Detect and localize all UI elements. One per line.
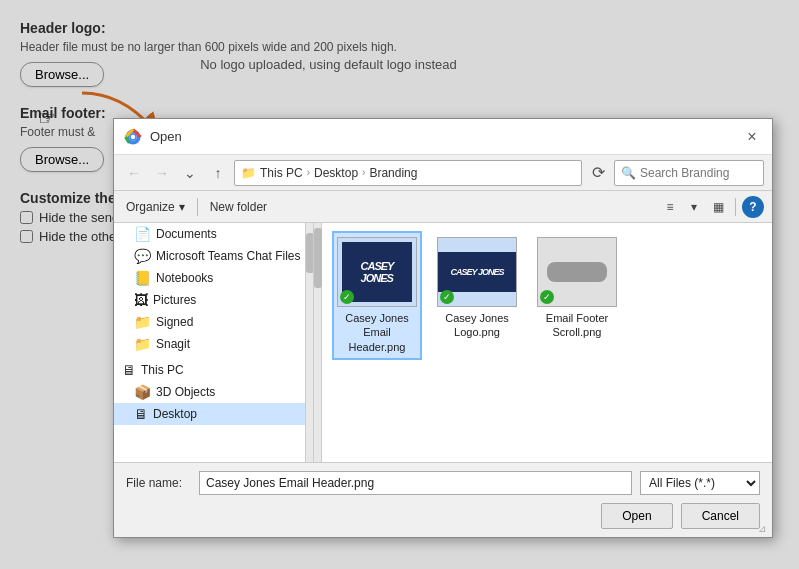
nav-dropdown-button[interactable]: ⌄ <box>178 161 202 185</box>
nav-up-button[interactable]: ↑ <box>206 161 230 185</box>
action-buttons-row: Open Cancel <box>126 503 760 529</box>
file-item-footer-scroll[interactable]: ✓ Email FooterScroll.png <box>532 231 622 346</box>
filetype-select[interactable]: All Files (*.*) <box>640 471 760 495</box>
organize-button[interactable]: Organize ▾ <box>122 198 189 216</box>
file-item-logo[interactable]: CASEY JONES ✓ Casey JonesLogo.png <box>432 231 522 346</box>
folder-item-notebooks[interactable]: 📒 Notebooks <box>114 267 313 289</box>
dialog-content: 📄 Documents 💬 Microsoft Teams Chat Files… <box>114 223 772 462</box>
email-header-label: Casey JonesEmailHeader.png <box>345 311 409 354</box>
toolbar-separator <box>197 198 198 216</box>
folder-label-teams: Microsoft Teams Chat Files <box>156 249 301 263</box>
this-pc-icon: 🖥 <box>122 362 136 378</box>
view-details-button[interactable]: ▦ <box>707 196 729 218</box>
folder-label-desktop: Desktop <box>153 407 197 421</box>
dialog-title: Open <box>150 129 742 144</box>
logo-thumbnail: CASEY JONES ✓ <box>437 237 517 307</box>
new-folder-button[interactable]: New folder <box>206 198 271 216</box>
tree-scrollbar[interactable] <box>305 223 313 462</box>
refresh-button[interactable]: ⟳ <box>586 161 610 185</box>
logo-thumb-inner: CASEY JONES <box>438 252 516 292</box>
folder-label-3d: 3D Objects <box>156 385 215 399</box>
tree-scrollbar-thumb[interactable] <box>306 233 313 273</box>
new-folder-label: New folder <box>210 200 267 214</box>
footer-scroll-check-icon: ✓ <box>540 290 554 304</box>
folder-item-3d[interactable]: 📦 3D Objects <box>114 381 313 403</box>
view-separator <box>735 198 736 216</box>
breadcrumb-this-pc[interactable]: This PC <box>260 166 303 180</box>
folder-tree: 📄 Documents 💬 Microsoft Teams Chat Files… <box>114 223 314 462</box>
folder-label-pictures: Pictures <box>153 293 196 307</box>
breadcrumb-desktop[interactable]: Desktop <box>314 166 358 180</box>
breadcrumb-branding[interactable]: Branding <box>369 166 417 180</box>
search-box: 🔍 <box>614 160 764 186</box>
chrome-icon <box>124 128 142 146</box>
svg-point-3 <box>131 134 136 139</box>
folder-label-notebooks: Notebooks <box>156 271 213 285</box>
breadcrumb-bar[interactable]: 📁 This PC › Desktop › Branding <box>234 160 582 186</box>
dialog-titlebar: Open × <box>114 119 772 155</box>
organize-arrow-icon: ▾ <box>179 200 185 214</box>
folder-item-teams[interactable]: 💬 Microsoft Teams Chat Files <box>114 245 313 267</box>
file-scrollbar[interactable] <box>314 223 322 462</box>
file-area: CASEYJONES ✓ Casey JonesEmailHeader.png … <box>314 223 772 462</box>
desktop-icon: 🖥 <box>134 406 148 422</box>
footer-scroll-label: Email FooterScroll.png <box>546 311 608 340</box>
breadcrumb-folder-icon: 📁 <box>241 166 256 180</box>
open-file-dialog: Open × ← → ⌄ ↑ 📁 This PC › Desktop › Bra… <box>113 118 773 538</box>
open-button[interactable]: Open <box>601 503 672 529</box>
folder-item-pictures[interactable]: 🖼 Pictures <box>114 289 313 311</box>
pictures-icon: 🖼 <box>134 292 148 308</box>
folder-label-documents: Documents <box>156 227 217 241</box>
folder-item-snagit[interactable]: 📁 Snagit <box>114 333 313 355</box>
nav-forward-button[interactable]: → <box>150 161 174 185</box>
dialog-close-button[interactable]: × <box>742 127 762 147</box>
logo-check-icon: ✓ <box>440 290 454 304</box>
resize-handle[interactable]: ⊿ <box>758 523 770 535</box>
filename-label: File name: <box>126 476 191 490</box>
email-header-check-icon: ✓ <box>340 290 354 304</box>
nav-back-button[interactable]: ← <box>122 161 146 185</box>
folder-label-this-pc: This PC <box>141 363 184 377</box>
folder-item-documents[interactable]: 📄 Documents <box>114 223 313 245</box>
filename-row: File name: All Files (*.*) <box>126 471 760 495</box>
cancel-button[interactable]: Cancel <box>681 503 760 529</box>
help-button[interactable]: ? <box>742 196 764 218</box>
file-item-email-header[interactable]: CASEYJONES ✓ Casey JonesEmailHeader.png <box>332 231 422 360</box>
search-icon: 🔍 <box>621 166 636 180</box>
organize-label: Organize <box>126 200 175 214</box>
folder-label-signed: Signed <box>156 315 193 329</box>
view-buttons: ≡ ▾ ▦ ? <box>659 196 764 218</box>
footer-scroll-thumbnail: ✓ <box>537 237 617 307</box>
view-list-button[interactable]: ≡ <box>659 196 681 218</box>
folder-item-this-pc[interactable]: 🖥 This PC <box>114 359 313 381</box>
3d-icon: 📦 <box>134 384 151 400</box>
folder-item-desktop[interactable]: 🖥 Desktop <box>114 403 313 425</box>
logo-label: Casey JonesLogo.png <box>445 311 509 340</box>
signed-icon: 📁 <box>134 314 151 330</box>
dialog-navbar: ← → ⌄ ↑ 📁 This PC › Desktop › Branding ⟳… <box>114 155 772 191</box>
documents-icon: 📄 <box>134 226 151 242</box>
teams-icon: 💬 <box>134 248 151 264</box>
view-dropdown-button[interactable]: ▾ <box>683 196 705 218</box>
snagit-icon: 📁 <box>134 336 151 352</box>
folder-label-snagit: Snagit <box>156 337 190 351</box>
file-scrollbar-thumb[interactable] <box>314 228 322 288</box>
search-input[interactable] <box>640 166 757 180</box>
files-grid: CASEYJONES ✓ Casey JonesEmailHeader.png … <box>332 231 764 360</box>
filename-input[interactable] <box>199 471 632 495</box>
scroll-thumb-inner <box>547 262 607 282</box>
dialog-toolbar: Organize ▾ New folder ≡ ▾ ▦ ? <box>114 191 772 223</box>
email-header-thumbnail: CASEYJONES ✓ <box>337 237 417 307</box>
notebooks-icon: 📒 <box>134 270 151 286</box>
folder-item-signed[interactable]: 📁 Signed <box>114 311 313 333</box>
dialog-bottom: File name: All Files (*.*) Open Cancel <box>114 462 772 537</box>
